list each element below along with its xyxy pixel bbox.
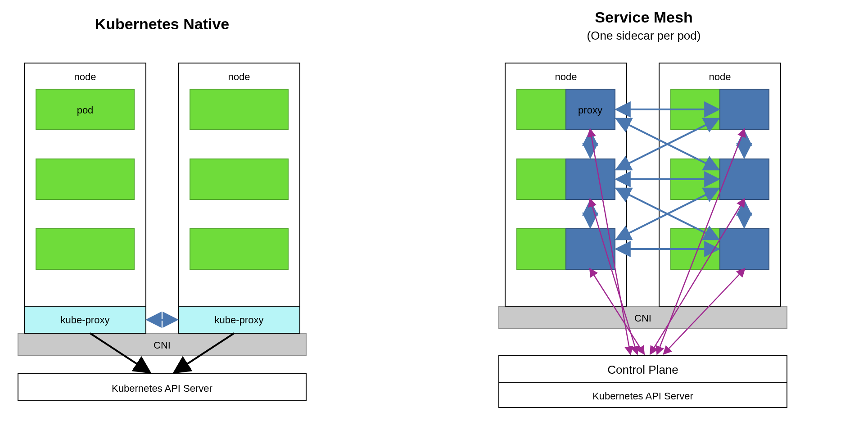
left-node-2-label: node	[228, 71, 250, 82]
right-node-1: node proxy	[505, 63, 627, 306]
left-api-label: Kubernetes API Server	[112, 383, 212, 394]
left-node-1-label: node	[74, 71, 96, 82]
left-cni-label: CNI	[154, 340, 171, 351]
left-node-1: node pod kube-proxy	[24, 63, 146, 333]
right-node-1-label: node	[555, 71, 577, 82]
right-n1-pod-2-app	[517, 159, 566, 199]
left-node-2-pod-3	[190, 229, 288, 269]
right-n1-pod-3-proxy	[566, 229, 615, 269]
right-subtitle: (One sidecar per pod)	[587, 29, 701, 42]
diagram-root: Kubernetes Native CNI node pod kube-prox…	[0, 0, 868, 444]
right-n1-pod-2-proxy	[566, 159, 615, 199]
left-node-2: node kube-proxy	[178, 63, 300, 333]
right-title: Service Mesh	[595, 9, 692, 26]
left-node-1-pod-3	[36, 229, 134, 269]
left-kube-proxy-2-label: kube-proxy	[215, 314, 264, 326]
left-node-2-pod-2	[190, 159, 288, 199]
right-node-2: node	[659, 63, 781, 306]
left-kube-proxy-1-label: kube-proxy	[61, 314, 110, 326]
right-n1-pod-1-app	[517, 89, 566, 130]
right-control-plane-label: Control Plane	[607, 363, 678, 376]
right-n2-pod-1-proxy	[720, 89, 769, 130]
left-title: Kubernetes Native	[95, 15, 230, 32]
left-node-2-pod-1	[190, 89, 288, 130]
right-n2-pod-3-proxy	[720, 229, 769, 269]
left-node-1-pod-2	[36, 159, 134, 199]
right-api-label: Kubernetes API Server	[592, 390, 693, 402]
right-n1-pod-3-app	[517, 229, 566, 269]
right-n2-pod-2-proxy	[720, 159, 769, 199]
left-pod-label: pod	[77, 104, 94, 116]
right-node-2-label: node	[709, 71, 731, 82]
right-cni-label: CNI	[634, 313, 651, 324]
right-proxy-label: proxy	[578, 104, 602, 116]
